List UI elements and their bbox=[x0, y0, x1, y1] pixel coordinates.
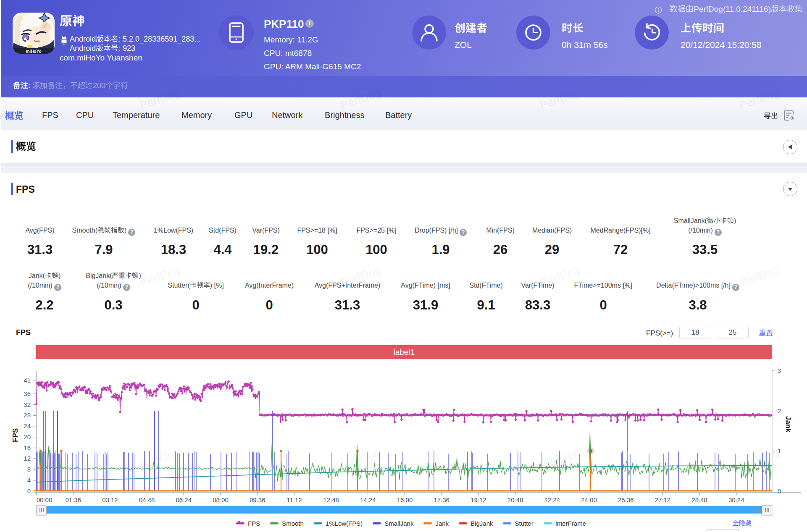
svg-text:36: 36 bbox=[24, 390, 31, 397]
svg-text:12: 12 bbox=[24, 455, 31, 462]
svg-text:32: 32 bbox=[24, 401, 31, 408]
svg-text:20: 20 bbox=[24, 433, 31, 440]
svg-text:22:24: 22:24 bbox=[544, 496, 560, 503]
svg-text:41: 41 bbox=[24, 377, 31, 384]
svg-text:11:12: 11:12 bbox=[287, 496, 302, 503]
svg-text:24:00: 24:00 bbox=[581, 496, 597, 503]
svg-text:08:00: 08:00 bbox=[213, 496, 229, 503]
svg-text:01:36: 01:36 bbox=[65, 496, 81, 503]
svg-text:25:36: 25:36 bbox=[618, 496, 634, 503]
svg-text:24: 24 bbox=[24, 422, 31, 430]
svg-text:0: 0 bbox=[778, 487, 781, 495]
svg-text:Jank: Jank bbox=[784, 416, 792, 432]
svg-text:3: 3 bbox=[778, 367, 781, 374]
svg-text:20:48: 20:48 bbox=[507, 496, 523, 503]
svg-text:19:12: 19:12 bbox=[471, 496, 486, 503]
svg-text:17:36: 17:36 bbox=[434, 496, 450, 503]
svg-text:27:12: 27:12 bbox=[655, 496, 671, 503]
svg-text:0: 0 bbox=[27, 487, 31, 495]
svg-text:06:24: 06:24 bbox=[176, 496, 192, 503]
svg-text:03:12: 03:12 bbox=[102, 496, 118, 503]
svg-text:12:48: 12:48 bbox=[323, 496, 339, 503]
svg-text:1: 1 bbox=[778, 447, 781, 454]
svg-text:14:24: 14:24 bbox=[360, 496, 376, 503]
svg-text:30:24: 30:24 bbox=[728, 496, 744, 503]
svg-text:2: 2 bbox=[778, 407, 781, 414]
svg-text:16:00: 16:00 bbox=[397, 496, 413, 503]
svg-text:00:00: 00:00 bbox=[37, 496, 53, 503]
svg-text:09:36: 09:36 bbox=[250, 496, 265, 503]
svg-text:16: 16 bbox=[24, 444, 31, 451]
svg-text:8: 8 bbox=[27, 466, 31, 473]
svg-text:28: 28 bbox=[24, 411, 31, 419]
svg-text:miHoYo: miHoYo bbox=[26, 49, 41, 54]
svg-text:04:48: 04:48 bbox=[139, 496, 155, 503]
svg-text:FPS: FPS bbox=[11, 428, 19, 442]
svg-text:4: 4 bbox=[27, 477, 31, 484]
svg-text:28:48: 28:48 bbox=[691, 496, 707, 503]
